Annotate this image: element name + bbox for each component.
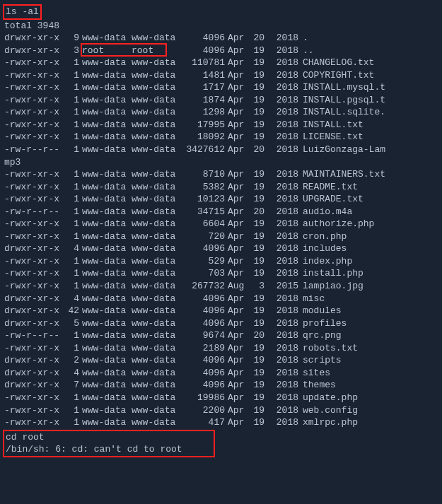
col-links: 1 (64, 206, 82, 218)
col-size: 2189 (181, 342, 228, 355)
col-perm: drwxr-xr-x (4, 367, 64, 380)
col-links: 1 (64, 143, 82, 156)
col-perm: drwxr-xr-x (4, 317, 64, 330)
file-row: -rw-r--r--1www-datawww-data9674Apr202018… (4, 329, 438, 342)
col-group: www-data (132, 305, 181, 317)
col-month: Apr (228, 106, 250, 119)
col-day: 19 (250, 230, 267, 243)
col-links: 1 (64, 168, 82, 181)
col-month: Apr (228, 230, 250, 243)
col-name: sites (303, 367, 330, 380)
col-month: Apr (228, 392, 250, 404)
col-perm: -rwxr-xr-x (4, 193, 64, 206)
file-row: -rwxr-xr-x1www-datawww-data18092Apr19201… (4, 131, 438, 143)
col-links: 1 (64, 81, 82, 94)
file-row: drwxr-xr-x3rootroot4096Apr192018.. (4, 45, 438, 57)
col-name: .. (303, 45, 314, 57)
col-year: 2018 (267, 206, 303, 218)
col-owner: www-data (82, 280, 132, 293)
col-month: Apr (228, 267, 250, 280)
col-day: 19 (250, 193, 267, 206)
col-size: 4096 (181, 317, 228, 330)
col-year: 2018 (267, 416, 303, 429)
col-perm: drwxr-xr-x (4, 45, 64, 57)
col-year: 2018 (267, 267, 303, 280)
col-group: www-data (132, 168, 181, 181)
col-name: themes (303, 379, 336, 392)
col-links: 1 (64, 69, 82, 82)
col-group: www-data (132, 242, 181, 255)
col-group: www-data (132, 181, 181, 194)
col-name: CHANGELOG.txt (303, 57, 374, 69)
col-year: 2018 (267, 317, 303, 330)
col-owner: www-data (82, 255, 132, 268)
col-size: 4096 (181, 242, 228, 255)
file-row: -rwxr-xr-x1www-datawww-data8710Apr192018… (4, 168, 438, 181)
terminal-output[interactable]: ls -al total 3948 drwxr-xr-x9www-datawww… (4, 4, 438, 457)
col-links: 1 (64, 404, 82, 417)
col-month: Apr (228, 293, 250, 305)
file-row: -rwxr-xr-x1www-datawww-data417Apr192018x… (4, 416, 438, 429)
col-month: Apr (228, 181, 250, 194)
col-year: 2018 (267, 32, 303, 45)
col-year: 2018 (267, 392, 303, 404)
col-name: xmlrpc.php (303, 416, 358, 429)
col-day: 19 (250, 181, 267, 194)
col-group: www-data (132, 267, 181, 280)
col-perm: -rwxr-xr-x (4, 106, 64, 119)
col-year: 2018 (267, 242, 303, 255)
file-row: -rw-r--r--1www-datawww-data3427612Apr202… (4, 143, 438, 156)
col-owner: www-data (82, 267, 132, 280)
col-month: Apr (228, 94, 250, 107)
col-size: 9674 (181, 329, 228, 342)
col-day: 19 (250, 81, 267, 94)
col-month: Apr (228, 416, 250, 429)
col-month: Apr (228, 379, 250, 392)
col-group: www-data (132, 94, 181, 107)
col-year: 2018 (267, 218, 303, 230)
col-day: 19 (250, 131, 267, 143)
col-year: 2018 (267, 181, 303, 194)
file-row: -rwxr-xr-x1www-datawww-data2200Apr192018… (4, 404, 438, 417)
file-row: -rwxr-xr-x1www-datawww-data110781Apr1920… (4, 57, 438, 69)
col-year: 2018 (267, 230, 303, 243)
col-owner: www-data (82, 168, 132, 181)
col-day: 19 (250, 354, 267, 367)
col-year: 2018 (267, 193, 303, 206)
file-row: drwxr-xr-x7www-datawww-data4096Apr192018… (4, 379, 438, 392)
col-day: 19 (250, 416, 267, 429)
col-name: . (303, 32, 308, 45)
col-perm: drwxr-xr-x (4, 305, 64, 317)
col-owner: www-data (82, 404, 132, 417)
col-perm: -rwxr-xr-x (4, 57, 64, 69)
col-links: 4 (64, 242, 82, 255)
col-month: Apr (228, 131, 250, 143)
col-size: 4096 (181, 354, 228, 367)
col-size: 5382 (181, 181, 228, 194)
file-row: -rwxr-xr-x1www-datawww-data6604Apr192018… (4, 218, 438, 230)
col-name: index.php (303, 255, 352, 268)
col-perm: -rwxr-xr-x (4, 181, 64, 194)
col-year: 2018 (267, 69, 303, 82)
col-size: 4096 (181, 45, 228, 57)
col-day: 20 (250, 32, 267, 45)
file-row: -rwxr-xr-x1www-datawww-data1298Apr192018… (4, 106, 438, 119)
col-links: 9 (64, 32, 82, 45)
col-owner: www-data (82, 131, 132, 143)
file-row: -rwxr-xr-x1www-datawww-data1481Apr192018… (4, 69, 438, 82)
col-perm: -rwxr-xr-x (4, 392, 64, 404)
col-links: 1 (64, 94, 82, 107)
col-group: www-data (132, 329, 181, 342)
col-name: LuizGonzaga-Lam (303, 143, 385, 156)
col-day: 19 (250, 218, 267, 230)
col-owner: www-data (82, 81, 132, 94)
col-year: 2018 (267, 119, 303, 131)
col-day: 19 (250, 168, 267, 181)
file-row: drwxr-xr-x5www-datawww-data4096Apr192018… (4, 317, 438, 330)
col-day: 19 (250, 293, 267, 305)
col-month: Apr (228, 206, 250, 218)
col-name: README.txt (303, 181, 358, 194)
col-name: UPGRADE.txt (303, 193, 364, 206)
file-row: -rwxr-xr-x1www-datawww-data19986Apr19201… (4, 392, 438, 404)
col-group: www-data (132, 69, 181, 82)
